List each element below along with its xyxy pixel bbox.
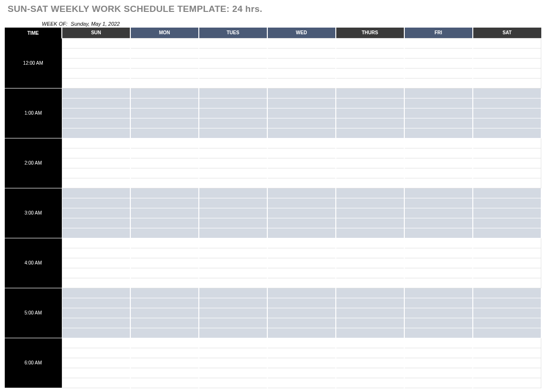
schedule-cell[interactable] — [336, 178, 404, 188]
schedule-cell[interactable] — [267, 338, 336, 348]
schedule-cell[interactable] — [473, 218, 541, 228]
schedule-cell[interactable] — [473, 118, 541, 128]
schedule-cell[interactable] — [404, 258, 473, 268]
schedule-cell[interactable] — [267, 318, 336, 328]
schedule-cell[interactable] — [473, 378, 541, 388]
schedule-cell[interactable] — [267, 358, 336, 368]
schedule-cell[interactable] — [267, 298, 336, 308]
schedule-cell[interactable] — [62, 248, 130, 258]
schedule-cell[interactable] — [267, 368, 336, 378]
schedule-cell[interactable] — [336, 48, 404, 58]
schedule-cell[interactable] — [267, 68, 336, 78]
schedule-cell[interactable] — [473, 78, 541, 88]
schedule-cell[interactable] — [62, 318, 130, 328]
schedule-cell[interactable] — [404, 148, 473, 158]
schedule-cell[interactable] — [336, 228, 404, 238]
schedule-cell[interactable] — [404, 198, 473, 208]
schedule-cell[interactable] — [336, 98, 404, 108]
schedule-cell[interactable] — [404, 168, 473, 178]
schedule-cell[interactable] — [267, 148, 336, 158]
schedule-cell[interactable] — [130, 198, 199, 208]
schedule-cell[interactable] — [404, 248, 473, 258]
schedule-cell[interactable] — [199, 358, 267, 368]
schedule-cell[interactable] — [404, 358, 473, 368]
schedule-cell[interactable] — [404, 318, 473, 328]
schedule-cell[interactable] — [199, 168, 267, 178]
schedule-cell[interactable] — [130, 218, 199, 228]
schedule-cell[interactable] — [130, 258, 199, 268]
schedule-cell[interactable] — [473, 68, 541, 78]
schedule-cell[interactable] — [130, 138, 199, 148]
schedule-cell[interactable] — [473, 98, 541, 108]
schedule-cell[interactable] — [336, 108, 404, 118]
schedule-cell[interactable] — [199, 38, 267, 48]
schedule-cell[interactable] — [62, 348, 130, 358]
schedule-cell[interactable] — [199, 128, 267, 138]
schedule-cell[interactable] — [404, 108, 473, 118]
schedule-cell[interactable] — [336, 118, 404, 128]
schedule-cell[interactable] — [336, 68, 404, 78]
schedule-cell[interactable] — [62, 228, 130, 238]
schedule-cell[interactable] — [404, 68, 473, 78]
schedule-cell[interactable] — [267, 138, 336, 148]
schedule-cell[interactable] — [404, 308, 473, 318]
schedule-cell[interactable] — [199, 178, 267, 188]
schedule-cell[interactable] — [62, 218, 130, 228]
schedule-cell[interactable] — [62, 288, 130, 298]
schedule-cell[interactable] — [130, 158, 199, 168]
schedule-cell[interactable] — [473, 338, 541, 348]
schedule-cell[interactable] — [199, 138, 267, 148]
schedule-cell[interactable] — [404, 128, 473, 138]
schedule-cell[interactable] — [473, 48, 541, 58]
schedule-cell[interactable] — [404, 368, 473, 378]
schedule-cell[interactable] — [336, 288, 404, 298]
schedule-cell[interactable] — [62, 78, 130, 88]
schedule-cell[interactable] — [267, 118, 336, 128]
schedule-cell[interactable] — [267, 48, 336, 58]
schedule-cell[interactable] — [130, 48, 199, 58]
schedule-cell[interactable] — [336, 358, 404, 368]
schedule-cell[interactable] — [62, 128, 130, 138]
schedule-cell[interactable] — [267, 288, 336, 298]
schedule-cell[interactable] — [130, 288, 199, 298]
schedule-cell[interactable] — [199, 218, 267, 228]
schedule-cell[interactable] — [473, 38, 541, 48]
schedule-cell[interactable] — [199, 148, 267, 158]
schedule-cell[interactable] — [336, 198, 404, 208]
schedule-cell[interactable] — [130, 368, 199, 378]
schedule-cell[interactable] — [336, 88, 404, 98]
schedule-cell[interactable] — [199, 108, 267, 118]
schedule-cell[interactable] — [130, 148, 199, 158]
schedule-cell[interactable] — [267, 198, 336, 208]
schedule-cell[interactable] — [62, 148, 130, 158]
schedule-cell[interactable] — [336, 158, 404, 168]
schedule-cell[interactable] — [336, 138, 404, 148]
schedule-cell[interactable] — [130, 328, 199, 338]
schedule-cell[interactable] — [130, 98, 199, 108]
schedule-cell[interactable] — [404, 178, 473, 188]
schedule-cell[interactable] — [130, 188, 199, 198]
schedule-cell[interactable] — [404, 88, 473, 98]
schedule-cell[interactable] — [473, 248, 541, 258]
schedule-cell[interactable] — [267, 328, 336, 338]
schedule-cell[interactable] — [130, 268, 199, 278]
schedule-cell[interactable] — [404, 288, 473, 298]
schedule-cell[interactable] — [199, 328, 267, 338]
schedule-cell[interactable] — [62, 278, 130, 288]
schedule-cell[interactable] — [199, 88, 267, 98]
schedule-cell[interactable] — [404, 78, 473, 88]
schedule-cell[interactable] — [199, 68, 267, 78]
schedule-cell[interactable] — [473, 308, 541, 318]
schedule-cell[interactable] — [336, 208, 404, 218]
schedule-cell[interactable] — [199, 268, 267, 278]
schedule-cell[interactable] — [404, 268, 473, 278]
schedule-cell[interactable] — [404, 218, 473, 228]
schedule-cell[interactable] — [404, 348, 473, 358]
schedule-cell[interactable] — [199, 98, 267, 108]
schedule-cell[interactable] — [199, 58, 267, 68]
schedule-cell[interactable] — [199, 208, 267, 218]
schedule-cell[interactable] — [199, 368, 267, 378]
schedule-cell[interactable] — [336, 168, 404, 178]
schedule-cell[interactable] — [267, 78, 336, 88]
schedule-cell[interactable] — [404, 38, 473, 48]
